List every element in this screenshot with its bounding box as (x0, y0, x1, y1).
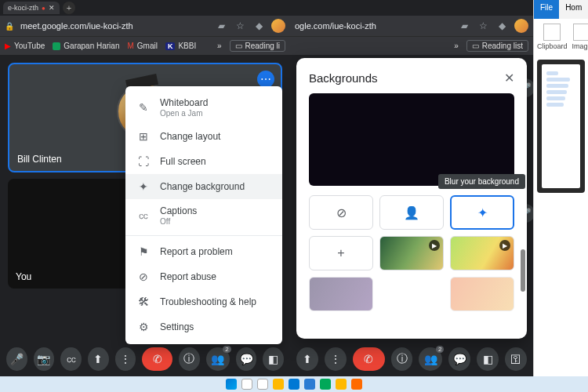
hangup-button[interactable]: ✆ (353, 347, 385, 371)
browser-tab[interactable]: e-koci-zth ● ✕ (3, 2, 60, 14)
reading-list-button[interactable]: ▭ Reading li (230, 40, 285, 52)
tool-image[interactable]: Image (572, 24, 588, 50)
self-name: You (16, 271, 31, 282)
background-grid: ⊘ 👤 ✦ + ▶ ▶ (309, 195, 514, 311)
menu-report-problem[interactable]: ⚑ Report a problem (125, 239, 282, 264)
profile-avatar[interactable] (514, 19, 528, 33)
star-icon[interactable]: ☆ (477, 20, 489, 32)
url-text[interactable]: meet.google.com/iue-koci-zth (20, 21, 209, 31)
tile-more-button[interactable]: ⋯ (257, 71, 274, 88)
tab-title: e-koci-zth (8, 4, 38, 12)
play-icon: ▶ (429, 240, 440, 251)
more-button[interactable]: ⋮ (325, 347, 347, 371)
scrollbar-thumb[interactable] (521, 249, 525, 292)
bookmarks-bar: ▶YouTube Garapan Harian MGmail KKBBI » ▭… (0, 36, 290, 55)
menu-change-layout[interactable]: ⊞ Change layout (125, 124, 282, 149)
blur-tooltip: Blur your background (438, 174, 525, 189)
bookmark-gmail[interactable]: MGmail (127, 42, 157, 50)
star-icon[interactable]: ☆ (234, 20, 246, 32)
menu-captions[interactable]: ㏄ CaptionsOff (125, 199, 282, 232)
extension-icon[interactable]: ◆ (252, 20, 265, 32)
participant-name: Bill Clinten (17, 154, 62, 165)
menu-whiteboard[interactable]: ✎ WhiteboardOpen a Jam (125, 91, 282, 124)
menu-settings[interactable]: ⚙ Settings (125, 314, 282, 339)
activities-button[interactable]: ◧ (263, 347, 284, 371)
tab-bar-2 (290, 0, 533, 16)
ribbon-home[interactable]: Hom (559, 0, 588, 19)
help-icon: 🛠 (136, 296, 151, 308)
close-tab-icon[interactable]: ✕ (49, 4, 55, 12)
bg-thumb-2[interactable]: ▶ (450, 236, 514, 270)
cc-button[interactable]: ㏄ (60, 347, 82, 371)
ribbon-tools: Clipboard Image (534, 19, 588, 55)
chat-button[interactable]: 💬 (448, 347, 470, 371)
meet-bottom-bar: 🎤 📷 ㏄ ⬆ ⋮ ✆ ⓘ 👥2 💬 ◧ (0, 342, 290, 376)
menu-separator (125, 235, 282, 236)
people-count: 2 (223, 346, 230, 353)
taskbar-app[interactable] (289, 379, 299, 390)
info-button[interactable]: ⓘ (179, 347, 200, 371)
taskbar-app[interactable] (336, 379, 347, 390)
taskbar-app[interactable] (304, 379, 315, 390)
reading-list-button[interactable]: ▭ Reading list (466, 40, 528, 52)
bookmark-youtube[interactable]: ▶YouTube (5, 42, 45, 50)
bookmarks-overflow-icon[interactable]: » (217, 42, 222, 50)
bookmarks-overflow-icon[interactable]: » (454, 42, 459, 50)
camera-button[interactable]: 📷 (34, 347, 55, 371)
bookmarks-bar-2: » ▭ Reading list (290, 36, 533, 55)
taskbar-app[interactable] (320, 379, 331, 390)
meet-bottom-bar-2: ⬆ ⋮ ✆ ⓘ 👥2 💬 ◧ ⚿ (290, 342, 533, 376)
camera-icon[interactable]: ▰ (215, 20, 227, 32)
extension-icon[interactable]: ◆ (495, 20, 508, 32)
chat-button[interactable]: 💬 (236, 347, 257, 371)
url-text-2[interactable]: ogle.com/iue-koci-zth (295, 21, 452, 31)
camera-icon[interactable]: ▰ (458, 20, 470, 32)
bookmark-garapan[interactable]: Garapan Harian (53, 42, 119, 50)
bg-thumb-4[interactable] (450, 277, 514, 311)
new-tab-button[interactable]: + (63, 2, 75, 14)
play-icon: ▶ (499, 240, 510, 251)
backgrounds-title: Backgrounds (309, 71, 378, 85)
menu-full-screen[interactable]: ⛶ Full screen (125, 149, 282, 174)
taskbar-app[interactable] (257, 379, 268, 390)
people-count: 2 (436, 346, 444, 353)
present-button[interactable]: ⬆ (88, 347, 109, 371)
bookmark-kbbi[interactable]: KKBBI (165, 42, 196, 50)
left-pane: e-koci-zth ● ✕ + 🔒 meet.google.com/iue-k… (0, 0, 290, 376)
taskbar-app[interactable] (351, 379, 362, 390)
tab-indicator-icon: ● (42, 5, 45, 12)
layout-icon: ⊞ (136, 130, 151, 143)
taskbar-app[interactable] (273, 379, 284, 390)
ribbon: File Hom (534, 0, 588, 19)
info-button[interactable]: ⓘ (391, 347, 413, 371)
more-button[interactable]: ⋮ (115, 347, 136, 371)
mic-button[interactable]: 🎤 (6, 347, 27, 371)
taskbar-app[interactable] (241, 379, 252, 390)
tool-clipboard[interactable]: Clipboard (537, 24, 568, 50)
host-controls-button[interactable]: ⚿ (505, 347, 527, 371)
bg-thumb-3[interactable] (309, 277, 373, 311)
windows-taskbar (0, 376, 588, 392)
feedback-icon: ⚑ (136, 245, 151, 258)
bg-blur-light[interactable]: 👤 (379, 195, 444, 230)
abuse-icon: ⊘ (136, 270, 151, 283)
profile-avatar[interactable] (271, 19, 285, 33)
gear-icon: ⚙ (136, 321, 151, 333)
bg-upload[interactable]: + (309, 236, 373, 270)
more-options-menu: ✎ WhiteboardOpen a Jam ⊞ Change layout ⛶… (125, 86, 282, 344)
tab-bar: e-koci-zth ● ✕ + (0, 0, 290, 16)
hangup-button[interactable]: ✆ (142, 347, 172, 371)
pencil-icon: ✎ (136, 101, 151, 114)
address-bar: 🔒 meet.google.com/iue-koci-zth ▰ ☆ ◆ (0, 16, 290, 36)
bg-blur[interactable]: ✦ (450, 195, 514, 230)
start-button[interactable] (226, 379, 237, 390)
menu-report-abuse[interactable]: ⊘ Report abuse (125, 264, 282, 289)
ribbon-file[interactable]: File (534, 0, 559, 19)
activities-button[interactable]: ◧ (477, 347, 499, 371)
close-icon[interactable]: ✕ (504, 71, 514, 85)
menu-troubleshoot[interactable]: 🛠 Troubleshooting & help (125, 289, 282, 314)
bg-none[interactable]: ⊘ (309, 195, 373, 230)
bg-thumb-1[interactable]: ▶ (379, 236, 444, 270)
menu-change-background[interactable]: ✦ Change background (125, 174, 282, 199)
present-button[interactable]: ⬆ (296, 347, 318, 371)
